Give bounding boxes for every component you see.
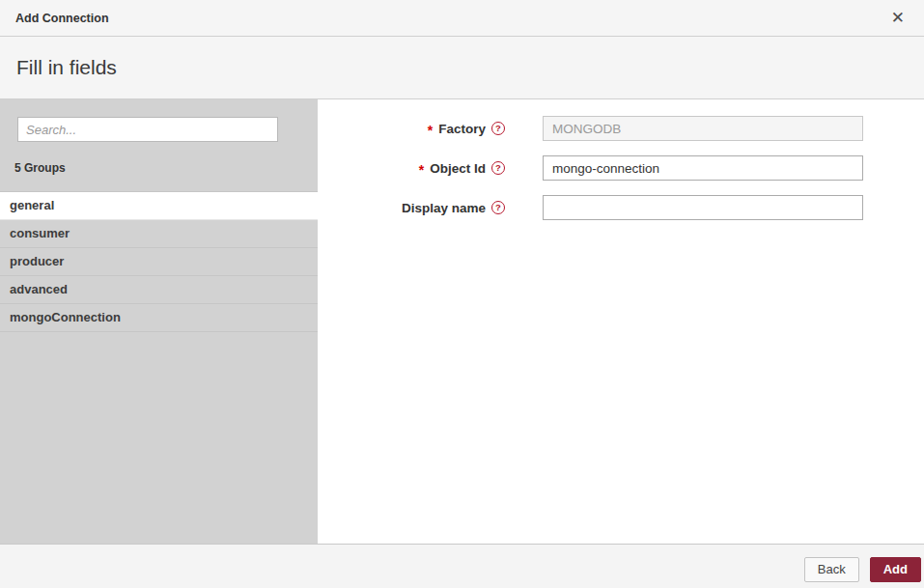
object-id-help-icon[interactable]: ? xyxy=(491,161,505,175)
form-row-object-id: * Object Id ? xyxy=(318,155,924,181)
display-name-input[interactable] xyxy=(543,195,863,220)
page-title: Fill in fields xyxy=(16,56,117,79)
object-id-label: Object Id xyxy=(430,161,486,176)
display-name-help-icon[interactable]: ? xyxy=(491,201,505,214)
sidebar-item-producer[interactable]: producer xyxy=(0,248,318,276)
object-id-input-wrap xyxy=(543,155,863,181)
add-connection-dialog: Add Connection ✕ Fill in fields 5 Groups… xyxy=(0,0,924,588)
sidebar-item-advanced[interactable]: advanced xyxy=(0,276,318,304)
object-id-input[interactable] xyxy=(543,155,863,181)
groups-count-label: 5 Groups xyxy=(14,161,318,175)
add-button[interactable]: Add xyxy=(870,557,921,582)
dialog-footer: Back Add xyxy=(0,544,924,588)
dialog-body: 5 Groups general consumer producer advan… xyxy=(0,99,924,544)
required-marker: * xyxy=(428,124,433,137)
back-button[interactable]: Back xyxy=(804,557,859,582)
sidebar-item-consumer[interactable]: consumer xyxy=(0,220,318,248)
close-icon[interactable]: ✕ xyxy=(887,8,909,28)
form-row-factory: * Factory ? xyxy=(318,116,924,141)
groups-sidebar: 5 Groups general consumer producer advan… xyxy=(0,99,318,544)
display-name-label-group: Display name ? xyxy=(318,201,505,215)
object-id-label-group: * Object Id ? xyxy=(318,160,505,177)
display-name-input-wrap xyxy=(543,195,863,220)
search-input[interactable] xyxy=(17,117,278,142)
factory-label-group: * Factory ? xyxy=(318,121,505,137)
required-marker: * xyxy=(419,163,424,177)
factory-label: Factory xyxy=(438,122,486,136)
sidebar-item-mongoconnection[interactable]: mongoConnection xyxy=(0,304,318,332)
factory-input xyxy=(543,116,863,141)
dialog-subheader: Fill in fields xyxy=(0,37,924,99)
factory-help-icon[interactable]: ? xyxy=(491,122,505,135)
dialog-title: Add Connection xyxy=(15,12,109,25)
factory-input-wrap xyxy=(543,116,863,141)
form-panel: * Factory ? * Object Id ? xyxy=(318,99,924,544)
group-list: general consumer producer advanced mongo… xyxy=(0,191,318,332)
sidebar-item-general[interactable]: general xyxy=(0,192,318,220)
display-name-label: Display name xyxy=(402,201,486,215)
form-row-display-name: Display name ? xyxy=(318,195,924,220)
dialog-titlebar: Add Connection ✕ xyxy=(0,0,924,37)
